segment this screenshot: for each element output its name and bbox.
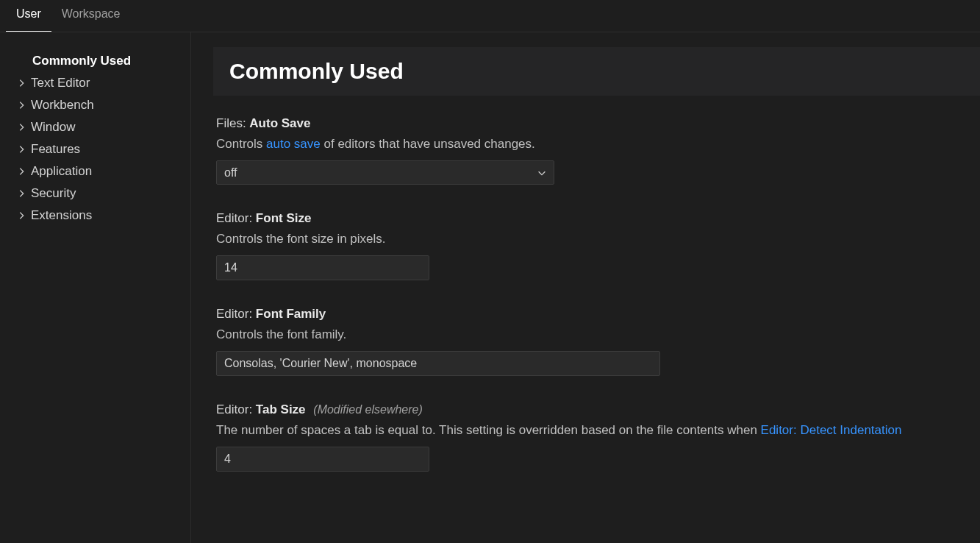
sidebar-item-label: Commonly Used <box>32 54 131 68</box>
sidebar-item-security[interactable]: Security <box>16 182 190 205</box>
page-title-bar: Commonly Used <box>213 47 980 96</box>
sidebar-item-label: Text Editor <box>31 76 90 90</box>
setting-tab-size: Editor: Tab Size (Modified elsewhere) Th… <box>213 402 980 472</box>
page-title: Commonly Used <box>229 59 964 84</box>
setting-annotation: (Modified elsewhere) <box>313 403 423 416</box>
chevron-right-icon <box>16 210 28 221</box>
settings-scope-tabs: User Workspace <box>0 0 980 32</box>
settings-sidebar: Commonly Used Text Editor Workbench Wind… <box>0 32 191 543</box>
sidebar-item-label: Application <box>31 164 92 179</box>
setting-description: Controls the font family. <box>216 327 980 342</box>
sidebar-item-window[interactable]: Window <box>16 116 190 138</box>
setting-description: Controls auto save of editors that have … <box>216 137 980 152</box>
settings-main: Commonly Used Files: Auto Save Controls … <box>191 32 980 543</box>
setting-label-prefix: Files: <box>216 116 249 130</box>
setting-label: Files: Auto Save <box>216 116 980 131</box>
chevron-right-icon <box>16 144 28 155</box>
chevron-right-icon <box>16 166 28 177</box>
setting-label-name: Tab Size <box>256 402 306 416</box>
setting-font-size: Editor: Font Size Controls the font size… <box>213 211 980 280</box>
chevron-right-icon <box>16 122 28 132</box>
sidebar-item-text-editor[interactable]: Text Editor <box>16 72 190 94</box>
setting-label: Editor: Font Size <box>216 211 980 226</box>
tab-size-input[interactable] <box>216 447 429 472</box>
sidebar-item-workbench[interactable]: Workbench <box>16 94 190 116</box>
auto-save-select-wrap: off <box>216 160 554 185</box>
settings-body: Commonly Used Text Editor Workbench Wind… <box>0 32 980 543</box>
sidebar-item-label: Features <box>31 142 80 157</box>
setting-label-prefix: Editor: <box>216 402 256 416</box>
sidebar-item-features[interactable]: Features <box>16 138 190 160</box>
font-size-input[interactable] <box>216 255 429 280</box>
setting-description: The number of spaces a tab is equal to. … <box>216 423 980 438</box>
font-family-input[interactable] <box>216 351 660 376</box>
sidebar-item-label: Extensions <box>31 208 92 223</box>
setting-label-prefix: Editor: <box>216 307 256 321</box>
setting-label-name: Font Size <box>256 211 312 225</box>
setting-label: Editor: Tab Size (Modified elsewhere) <box>216 402 980 417</box>
sidebar-item-label: Workbench <box>31 98 94 113</box>
setting-auto-save: Files: Auto Save Controls auto save of e… <box>213 116 980 185</box>
sidebar-item-commonly-used[interactable]: Commonly Used <box>16 50 190 72</box>
tab-user[interactable]: User <box>6 0 51 32</box>
auto-save-link[interactable]: auto save <box>266 137 321 151</box>
setting-font-family: Editor: Font Family Controls the font fa… <box>213 307 980 376</box>
detect-indentation-link[interactable]: Editor: Detect Indentation <box>761 423 902 437</box>
setting-label-name: Auto Save <box>249 116 310 130</box>
sidebar-item-extensions[interactable]: Extensions <box>16 205 190 227</box>
chevron-right-icon <box>16 100 28 110</box>
sidebar-item-label: Window <box>31 120 75 135</box>
setting-label: Editor: Font Family <box>216 307 980 322</box>
auto-save-select[interactable]: off <box>216 160 554 185</box>
setting-label-name: Font Family <box>256 307 326 321</box>
setting-label-prefix: Editor: <box>216 211 256 225</box>
chevron-right-icon <box>16 78 28 88</box>
sidebar-item-label: Security <box>31 186 76 201</box>
tab-workspace[interactable]: Workspace <box>51 0 131 32</box>
chevron-right-icon <box>16 188 28 199</box>
sidebar-item-application[interactable]: Application <box>16 160 190 182</box>
setting-description: Controls the font size in pixels. <box>216 232 980 246</box>
